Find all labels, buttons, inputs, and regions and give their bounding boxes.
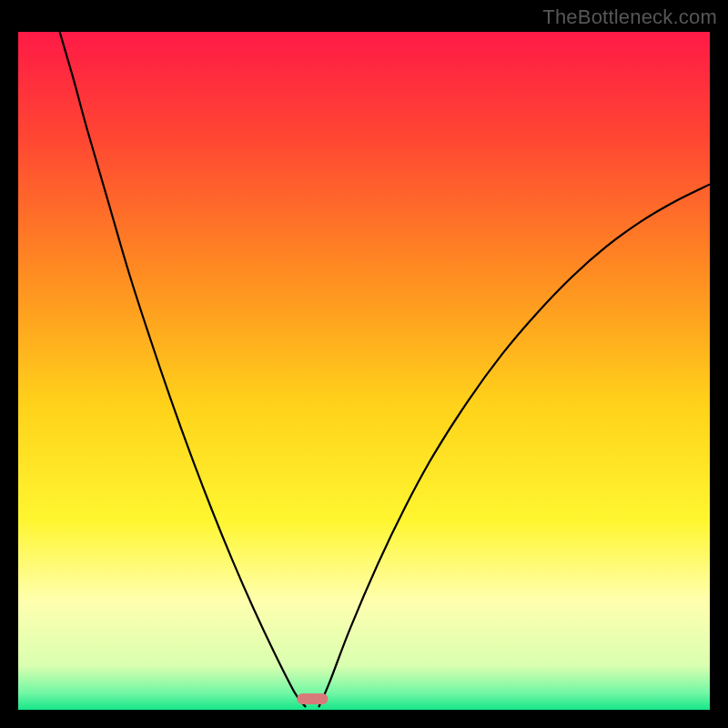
minimum-marker [297,693,328,704]
chart-frame [18,32,710,710]
gradient-background [18,32,710,710]
bottleneck-chart [18,32,710,710]
watermark-text: TheBottleneck.com [542,5,717,29]
